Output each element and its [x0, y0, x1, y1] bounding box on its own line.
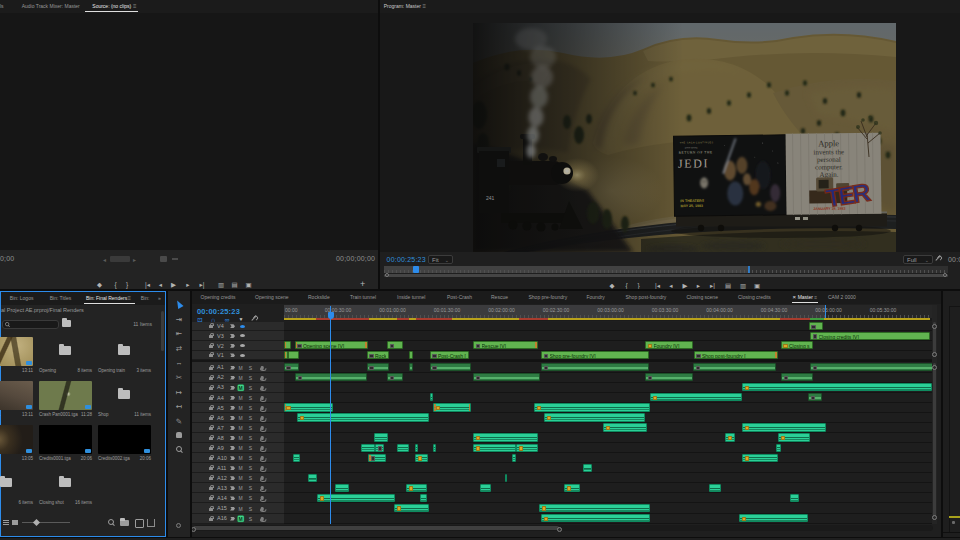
track-label-A15[interactable]: A15: [217, 505, 227, 511]
sync-lock-icon[interactable]: [230, 476, 235, 480]
solo-toggle[interactable]: S: [247, 374, 254, 381]
clip-a6[interactable]: [544, 413, 645, 421]
clip-a2[interactable]: [645, 373, 693, 381]
v-audio-top-cap[interactable]: [932, 365, 937, 370]
clip-a1[interactable]: [367, 363, 390, 371]
sync-lock-icon[interactable]: [230, 376, 235, 380]
folder-icon[interactable]: [0, 478, 12, 487]
toggle-track-output-eye-icon[interactable]: [240, 344, 245, 347]
sync-lock-icon[interactable]: [230, 446, 235, 450]
razor-tool-icon[interactable]: ✂: [171, 373, 187, 383]
clip-a7[interactable]: [603, 423, 647, 431]
icon-view-icon[interactable]: [12, 520, 18, 525]
solo-toggle[interactable]: S: [247, 505, 254, 512]
new-bin-icon[interactable]: [120, 520, 129, 526]
clip-v1[interactable]: [284, 351, 288, 359]
track-label-V2[interactable]: V2: [217, 343, 224, 349]
sync-lock-icon[interactable]: [230, 416, 235, 420]
track-label-A11[interactable]: A11: [217, 465, 226, 471]
clip-a9[interactable]: [473, 444, 516, 452]
source-panel-menu-icon[interactable]: ≡: [133, 0, 137, 13]
track-label-A2[interactable]: A2: [217, 374, 224, 380]
item-thumbnail[interactable]: [0, 381, 33, 410]
mute-toggle[interactable]: M: [237, 445, 244, 452]
folder-icon[interactable]: [118, 390, 130, 399]
project-item-opening[interactable]: Opening8 items: [36, 336, 95, 380]
timeline-playhead-line[interactable]: [330, 306, 331, 524]
hand-tool-icon[interactable]: [171, 431, 187, 441]
item-thumbnail[interactable]: [0, 337, 33, 366]
clip-a12[interactable]: [308, 474, 317, 482]
sync-lock-icon[interactable]: [230, 496, 235, 500]
zoom-slider-track[interactable]: [22, 522, 70, 523]
program-panel-menu-icon[interactable]: ≡: [423, 0, 427, 13]
lock-icon[interactable]: [209, 335, 213, 338]
clip-a13[interactable]: [564, 484, 580, 492]
solo-toggle[interactable]: S: [247, 475, 254, 482]
v-audio-bottom-cap[interactable]: [932, 515, 937, 520]
program-zoom-scrollbar[interactable]: [384, 274, 948, 277]
sync-lock-icon[interactable]: [230, 426, 235, 430]
clip-a8[interactable]: [778, 433, 810, 441]
voiceover-record-mic-icon[interactable]: [261, 486, 264, 490]
sync-lock-icon[interactable]: [230, 456, 235, 460]
mute-toggle[interactable]: M: [237, 405, 244, 412]
clip-a14[interactable]: [317, 494, 395, 502]
zoom-slider-knob[interactable]: [33, 518, 40, 525]
clip-a15[interactable]: [539, 504, 650, 512]
export-frame-icon[interactable]: ▣: [245, 281, 251, 288]
clip-a10[interactable]: [742, 454, 778, 462]
clip-a9[interactable]: [375, 444, 384, 452]
tab-bin-logos[interactable]: Bin: Logos: [10, 292, 34, 305]
track-label-A1[interactable]: A1: [217, 364, 224, 370]
tab-bin-titles[interactable]: Bin: Titles: [50, 292, 72, 305]
folder-icon[interactable]: [59, 346, 71, 355]
project-item-closing-shot[interactable]: Closing shot16 items: [36, 468, 95, 512]
clip-a5[interactable]: [284, 403, 334, 411]
h-scrollbar-right-cap[interactable]: [557, 527, 562, 532]
clip-a10[interactable]: [512, 454, 516, 462]
tab-overflow-chevron[interactable]: »: [158, 292, 161, 305]
voiceover-record-mic-icon[interactable]: [261, 466, 264, 470]
voiceover-record-mic-icon[interactable]: [261, 426, 264, 430]
tab-source-no-clips-[interactable]: Source: (no clips): [92, 0, 131, 13]
lock-icon[interactable]: [209, 325, 213, 328]
sync-lock-icon[interactable]: [230, 396, 235, 400]
clip-a10[interactable]: [368, 454, 386, 462]
lock-icon[interactable]: [209, 508, 213, 511]
tab-program-master[interactable]: Program: Master: [384, 0, 421, 13]
solo-toggle[interactable]: S: [247, 435, 254, 442]
mute-toggle[interactable]: M: [237, 475, 244, 482]
solo-toggle[interactable]: S: [247, 425, 254, 432]
solo-toggle[interactable]: S: [247, 455, 254, 462]
sync-lock-icon[interactable]: [230, 324, 235, 328]
item-thumbnail[interactable]: [39, 425, 92, 454]
sync-lock-icon[interactable]: [230, 486, 235, 490]
add-marker-icon[interactable]: ▼: [239, 316, 244, 323]
solo-toggle[interactable]: S: [247, 485, 254, 492]
lock-icon[interactable]: [209, 417, 213, 420]
lock-icon[interactable]: [209, 427, 213, 430]
mark-in-icon[interactable]: {: [114, 281, 116, 288]
clip-a8[interactable]: [473, 433, 538, 441]
sequence-tab-cam-2-0000[interactable]: CAM 2 0000: [828, 291, 856, 304]
new-item-icon[interactable]: [135, 519, 144, 528]
program-zoom-scrollbar-right-cap[interactable]: [943, 273, 947, 277]
rolling-edit-tool-icon[interactable]: ⇄: [171, 344, 187, 354]
project-item-000-tga[interactable]: 000.tga13:05: [0, 424, 36, 468]
sync-lock-icon[interactable]: [230, 334, 235, 338]
voiceover-record-mic-icon[interactable]: [261, 406, 264, 410]
voiceover-record-mic-icon[interactable]: [261, 456, 264, 460]
delete-icon[interactable]: [147, 519, 155, 527]
solo-toggle[interactable]: S: [247, 405, 254, 412]
program-ruler-playhead[interactable]: [413, 266, 419, 273]
sync-lock-icon[interactable]: [230, 436, 235, 440]
export-frame-icon[interactable]: ▣: [754, 282, 760, 289]
h-scrollbar-left-cap[interactable]: [192, 527, 196, 532]
lock-icon[interactable]: [209, 518, 213, 521]
clip-a5[interactable]: [534, 403, 650, 411]
go-to-out-icon[interactable]: ▸|: [200, 281, 205, 288]
track-label-A10[interactable]: A10: [217, 455, 227, 461]
selection-tool-icon[interactable]: [171, 300, 187, 311]
clip-a16[interactable]: [739, 514, 808, 522]
